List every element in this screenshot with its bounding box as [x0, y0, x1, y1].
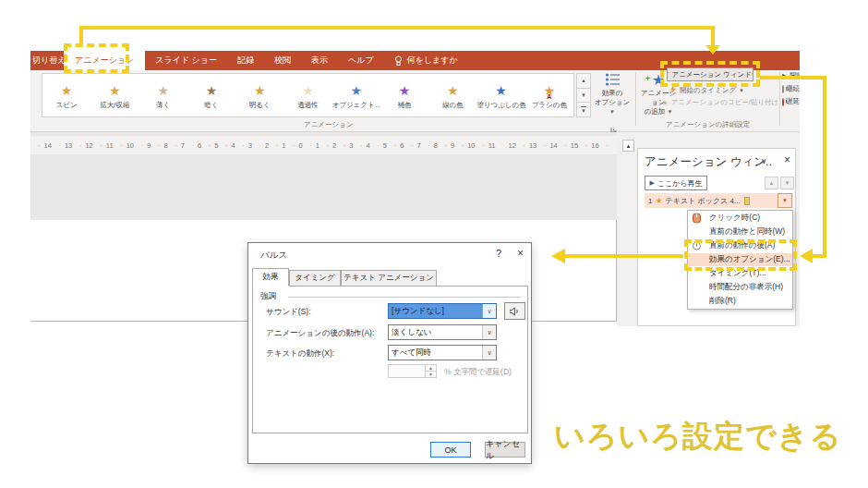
ruler-number: 15 [564, 141, 578, 150]
timing-marker [744, 197, 750, 205]
animation-pane-button[interactable]: アニメーション ウィンドウ [667, 67, 753, 81]
tab-review[interactable]: 校閲 [264, 51, 301, 70]
tell-me-label: 何をしますか [407, 55, 458, 67]
animation-effect-item[interactable]: ★ 透過性 [283, 74, 332, 116]
chevron-down-icon[interactable]: ∨ [482, 325, 496, 339]
star-icon: ★ [447, 83, 459, 98]
start-play-icon: ▶ [782, 72, 788, 80]
menu-item-timing[interactable]: タイミング(T)... [688, 266, 792, 280]
ruler-number: 13 [523, 141, 536, 150]
menu-item-label: 時間配分の非表示(H) [709, 282, 783, 293]
sound-label: サウンド(S): [266, 307, 311, 318]
start-timing-button[interactable]: 開始のタイミング ▼ [669, 85, 744, 95]
ruler-number: 9 [444, 141, 454, 150]
animation-list-item[interactable]: 1 ★ テキスト ボックス 4... ▼ [645, 193, 793, 208]
dialog-tab-text-animation[interactable]: テキスト アニメーション [341, 270, 437, 287]
animation-effect-item[interactable]: ★ 塗りつぶしの色 [476, 74, 524, 116]
menu-item-hide-timeline[interactable]: 時間配分の非表示(H) [688, 280, 792, 294]
ruler-number: 12 [502, 141, 516, 150]
sound-preview-button[interactable] [504, 302, 525, 320]
effect-label: スピン [56, 101, 78, 110]
animation-effect-item[interactable]: ★ 補色 [380, 74, 428, 116]
animation-effect-item[interactable]: ★ 明るく [235, 74, 283, 116]
gallery-more-button[interactable]: ▼ [576, 103, 591, 117]
pane-chevron-icon[interactable]: ∨ [761, 156, 767, 165]
horizontal-ruler[interactable]: 1413121110987654321012345678910111213141… [30, 136, 617, 154]
ribbon-body: ★ スピン ★ 拡大/収縮 ★ [30, 70, 800, 132]
ruler-number: 10 [462, 141, 476, 150]
trigger-icon [669, 85, 677, 95]
animation-effect-item[interactable]: ★ 線の色 [428, 74, 476, 116]
animation-effect-item[interactable]: ★ 薄く [139, 74, 187, 116]
tab-animations[interactable]: アニメーション [64, 51, 145, 70]
animation-painter-button[interactable]: ★ アニメーションのコピー/貼り付け [662, 98, 778, 107]
chevron-down-icon[interactable]: ∨ [482, 346, 496, 360]
effect-options-button[interactable]: 効果の オプション ▼ [594, 72, 631, 116]
sound-combobox[interactable]: [サウンドなし] ∨ [388, 303, 497, 319]
menu-item-start-after-previous[interactable]: 直前の動作の後(A) [688, 239, 792, 253]
menu-item-label: 効果のオプション(E)... [709, 254, 790, 265]
menu-item-remove[interactable]: 削除(R) [688, 294, 792, 308]
group-rule [288, 297, 521, 298]
animation-pane: アニメーション ウィン.. ∨ × ▶ ここから再生 ▲ ▼ 1 ★ テキスト … [637, 148, 796, 326]
ruler-number: 3 [344, 141, 354, 150]
emphasis-group-label: 強調 [260, 291, 276, 302]
effect-options-icon [605, 72, 621, 89]
move-later-button[interactable]: ▼ [780, 177, 794, 189]
tab-tell-me[interactable]: 何をしますか [384, 51, 468, 70]
tab-record[interactable]: 記録 [227, 51, 264, 70]
gallery-scroll-up-button[interactable]: ▲ [576, 73, 591, 89]
ruler-number: 5 [377, 141, 387, 150]
menu-item-start-with-previous[interactable]: 直前の動作と同時(W) [688, 226, 792, 239]
scrollbar-up-button[interactable]: ▲ [622, 140, 634, 152]
animation-effect-item[interactable]: ★ オブジェクト… [332, 74, 380, 116]
after-animation-combobox[interactable]: 淡くしない ∨ [388, 324, 497, 340]
star-icon: ★ [399, 83, 411, 98]
ruler-number: 1 [309, 141, 319, 150]
animation-effect-item[interactable]: ★ 暗く [187, 74, 235, 116]
dialog-tab-timing[interactable]: タイミング [289, 270, 341, 287]
gallery-scroll-down-button[interactable]: ▼ [576, 89, 591, 104]
menu-item-effect-options[interactable]: 効果のオプション(E)... [688, 253, 792, 267]
effect-options-label-2: オプション [595, 98, 630, 106]
animation-effect-item[interactable]: ★ 拡大/収縮 [90, 74, 139, 116]
ruler-number: 0 [293, 141, 303, 150]
menu-item-start-on-click[interactable]: クリック時(C) [688, 212, 792, 226]
dialog-close-button[interactable]: × [517, 247, 524, 260]
animation-context-menu: クリック時(C) 直前の動作と同時(W) 直前の動作の後(A) 効果のオプション… [687, 210, 793, 310]
ruler-number: 6 [394, 141, 404, 150]
tab-help[interactable]: ヘルプ [338, 51, 384, 70]
animation-effect-item[interactable]: ★ A ブラシの色 [525, 74, 573, 116]
start-field-label: 開始: [790, 71, 800, 80]
menu-item-label: 削除(R) [709, 296, 736, 307]
chevron-down-icon[interactable]: ∨ [482, 304, 496, 318]
dialog-tab-effect[interactable]: 効果 [252, 268, 289, 287]
tab-view[interactable]: 表示 [301, 51, 338, 70]
effect-label: 線の色 [442, 101, 464, 110]
dialog-help-button[interactable]: ? [496, 248, 501, 259]
duration-clock-icon [782, 85, 784, 93]
delay-spinner[interactable]: ▲▼ [388, 364, 437, 378]
effect-label: 拡大/収縮 [100, 101, 129, 110]
start-timing-label: 開始のタイミング [680, 86, 736, 95]
play-from-here-button[interactable]: ▶ ここから再生 [645, 176, 707, 190]
add-animation-label-2: の追加 [645, 107, 666, 116]
pane-close-icon[interactable]: × [784, 153, 790, 166]
cancel-button[interactable]: キャンセル [485, 442, 525, 458]
after-animation-value: 淡くしない [389, 325, 482, 339]
effect-label: 塗りつぶしの色 [476, 101, 524, 110]
item-dropdown-button[interactable]: ▼ [778, 193, 792, 208]
ok-button[interactable]: OK [430, 442, 471, 458]
ruler-number: 10 [120, 141, 134, 150]
animation-effect-item[interactable]: ★ スピン [42, 74, 90, 116]
move-earlier-button[interactable]: ▲ [765, 177, 778, 189]
screenshot-canvas: 切り替え アニメーション スライド ショー 記録 校閲 表示 ヘルプ 何をします… [0, 0, 868, 488]
spinner-down-icon[interactable]: ▼ [426, 372, 436, 377]
spinner-up-icon[interactable]: ▲ [426, 365, 436, 372]
timing-group-clipped: ▶開始: 継続時間: 遅延: [782, 68, 800, 113]
tab-transitions[interactable]: 切り替え [30, 51, 64, 70]
delay-spinner-value [389, 365, 425, 377]
ruler-number: 6 [191, 141, 201, 150]
tab-slideshow[interactable]: スライド ショー [145, 51, 227, 70]
animate-text-combobox[interactable]: すべて同時 ∨ [388, 345, 497, 360]
